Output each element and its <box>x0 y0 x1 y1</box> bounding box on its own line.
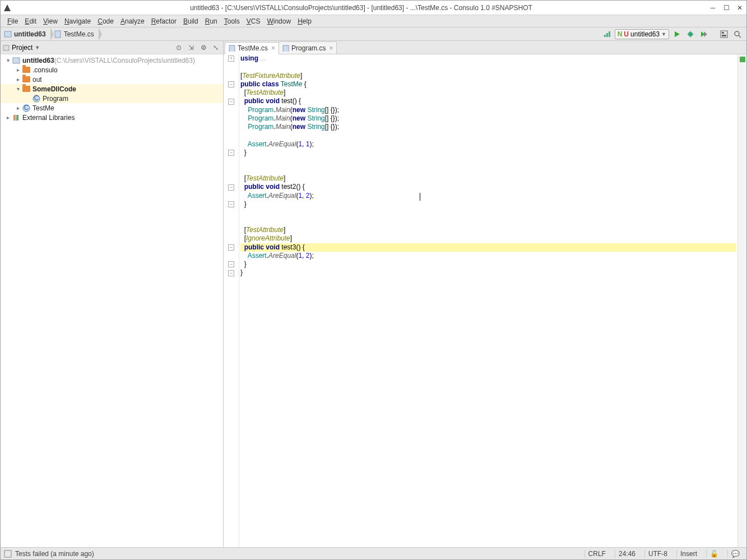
tree-row[interactable]: ▾untitled63 (C:\Users\VISTALL\ConsuloPro… <box>1 55 223 65</box>
menu-file[interactable]: File <box>4 16 21 26</box>
svg-rect-19 <box>13 115 16 121</box>
editor-tab[interactable]: Program.cs× <box>279 41 337 54</box>
inspection-ok-indicator <box>740 57 745 62</box>
menu-vcs[interactable]: VCS <box>243 16 264 26</box>
hide-icon[interactable]: ⤡ <box>211 43 221 53</box>
svg-rect-2 <box>604 35 606 37</box>
breadcrumb-item[interactable]: untitled63 <box>1 27 50 40</box>
make-button[interactable] <box>601 29 613 40</box>
status-bar: Tests failed (a minute ago) CRLF 24:46 U… <box>1 547 746 559</box>
scroll-from-source-icon[interactable]: ⊙ <box>174 43 184 53</box>
run-config-selector[interactable]: NU untitled63 ▼ <box>615 29 669 39</box>
tree-row[interactable]: CProgram <box>1 94 223 103</box>
run-config-label: untitled63 <box>630 30 660 38</box>
svg-rect-3 <box>606 33 608 37</box>
fold-toggle[interactable]: – <box>228 150 234 156</box>
editor-gutter[interactable]: +–––––––– <box>224 54 239 547</box>
tree-row[interactable]: ▸CTestMe <box>1 103 223 113</box>
status-icon <box>4 550 12 558</box>
close-button[interactable]: ✕ <box>735 4 744 12</box>
menu-tools[interactable]: Tools <box>221 16 243 26</box>
svg-rect-21 <box>229 45 235 52</box>
minimize-button[interactable]: ─ <box>708 4 717 12</box>
svg-rect-23 <box>4 550 11 557</box>
navbar: untitled63TestMe.cs NU untitled63 ▼ <box>1 27 746 41</box>
chevron-down-icon: ▼ <box>661 31 666 37</box>
menu-edit[interactable]: Edit <box>21 16 40 26</box>
breadcrumb-item[interactable]: TestMe.cs <box>50 27 99 40</box>
caret-position[interactable]: 24:46 <box>615 550 639 558</box>
svg-rect-13 <box>3 45 9 50</box>
search-everywhere-button[interactable] <box>732 29 743 40</box>
close-icon[interactable]: × <box>271 44 275 52</box>
menu-view[interactable]: View <box>40 16 61 26</box>
breadcrumb: untitled63TestMe.cs <box>1 27 601 40</box>
svg-rect-14 <box>13 58 20 63</box>
svg-rect-22 <box>283 45 289 52</box>
menu-window[interactable]: Window <box>263 16 294 26</box>
fold-toggle[interactable]: – <box>228 270 234 276</box>
editor-tab[interactable]: TestMe.cs× <box>225 42 279 54</box>
menu-code[interactable]: Code <box>94 16 117 26</box>
tree-row[interactable]: ▾SomeDllCode <box>1 84 223 94</box>
fold-toggle[interactable]: + <box>228 55 234 62</box>
menu-analyze[interactable]: Analyze <box>117 16 148 26</box>
gear-icon[interactable]: ⚙ <box>198 43 208 53</box>
run-coverage-button[interactable] <box>698 29 709 40</box>
menu-navigate[interactable]: Navigate <box>61 16 94 26</box>
svg-rect-4 <box>609 31 610 37</box>
status-message: Tests failed (a minute ago) <box>15 550 94 558</box>
svg-rect-0 <box>4 31 11 37</box>
insert-mode[interactable]: Insert <box>676 550 700 558</box>
project-sidebar: Project ▼ ⊙ ⇲ ⚙ ⤡ ▾untitled63 (C:\Users\… <box>1 41 224 547</box>
fold-toggle[interactable]: – <box>228 261 234 267</box>
file-encoding[interactable]: UTF-8 <box>644 550 671 558</box>
svg-rect-8 <box>721 31 727 38</box>
svg-rect-10 <box>722 35 726 36</box>
menu-build[interactable]: Build <box>180 16 202 26</box>
svg-rect-20 <box>16 115 18 121</box>
menubar: FileEditViewNavigateCodeAnalyzeRefactorB… <box>1 15 746 27</box>
menu-run[interactable]: Run <box>202 16 221 26</box>
project-structure-button[interactable] <box>718 29 730 40</box>
fold-toggle[interactable]: – <box>228 201 234 207</box>
svg-text:C: C <box>24 104 29 112</box>
svg-text:C: C <box>34 95 39 102</box>
close-icon[interactable]: × <box>329 44 333 52</box>
svg-point-11 <box>735 31 739 36</box>
debug-button[interactable] <box>685 29 696 40</box>
tree-row[interactable]: ▸out <box>1 75 223 84</box>
sidebar-title[interactable]: Project ▼ <box>3 44 171 52</box>
run-button[interactable] <box>671 29 683 40</box>
titlebar: untitled63 - [C:\Users\VISTALL\ConsuloPr… <box>1 1 746 15</box>
tree-row[interactable]: ▸External Libraries <box>1 113 223 122</box>
svg-rect-9 <box>722 32 724 34</box>
fold-toggle[interactable]: – <box>228 99 234 105</box>
readonly-toggle-icon[interactable]: 🔓 <box>706 550 722 558</box>
menu-help[interactable]: Help <box>294 16 315 26</box>
project-icon <box>3 44 10 51</box>
line-separator[interactable]: CRLF <box>584 550 609 558</box>
menu-refactor[interactable]: Refactor <box>148 16 180 26</box>
fold-toggle[interactable]: – <box>228 81 234 87</box>
chevron-down-icon: ▼ <box>35 45 40 50</box>
svg-line-12 <box>739 35 741 38</box>
fold-toggle[interactable]: – <box>228 244 234 251</box>
error-stripe[interactable] <box>737 54 746 547</box>
code-editor[interactable]: using ...[TestFixtureAttribute]public cl… <box>239 54 737 547</box>
tree-row[interactable]: ▸.consulo <box>1 65 223 75</box>
app-icon <box>3 3 12 12</box>
maximize-button[interactable]: ☐ <box>722 4 731 12</box>
window-title: untitled63 - [C:\Users\VISTALL\ConsuloPr… <box>14 4 708 12</box>
fold-toggle[interactable]: – <box>228 184 234 191</box>
notifications-icon[interactable]: 💬 <box>727 550 743 558</box>
project-tree[interactable]: ▾untitled63 (C:\Users\VISTALL\ConsuloPro… <box>1 54 223 547</box>
collapse-all-icon[interactable]: ⇲ <box>186 43 196 53</box>
svg-rect-1 <box>55 31 61 38</box>
editor-tabs: TestMe.cs×Program.cs× <box>224 41 746 54</box>
